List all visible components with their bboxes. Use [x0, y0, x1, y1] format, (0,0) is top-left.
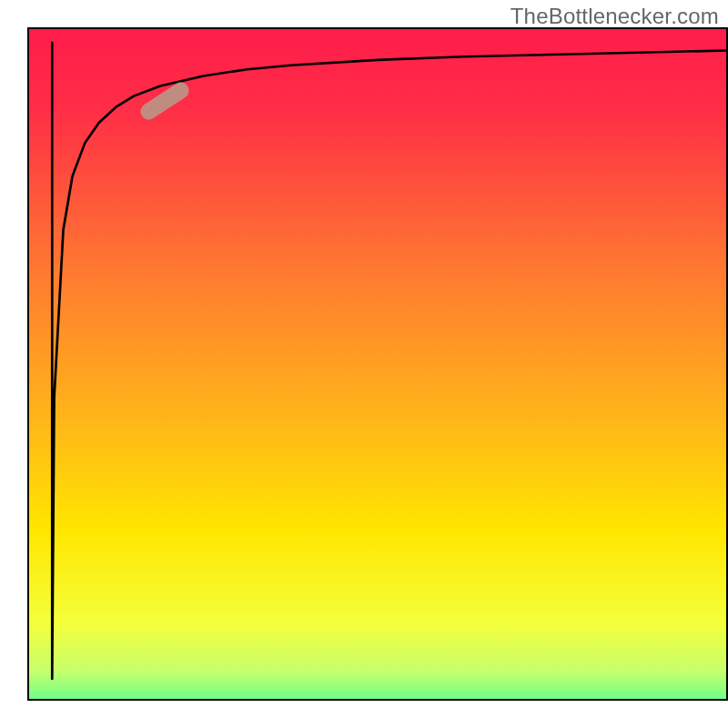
plot-area	[29, 29, 726, 699]
curve-svg	[29, 29, 726, 699]
main-curve-path	[52, 43, 726, 679]
watermark-text: TheBottlenecker.com	[511, 4, 719, 29]
chart-frame	[27, 27, 728, 701]
